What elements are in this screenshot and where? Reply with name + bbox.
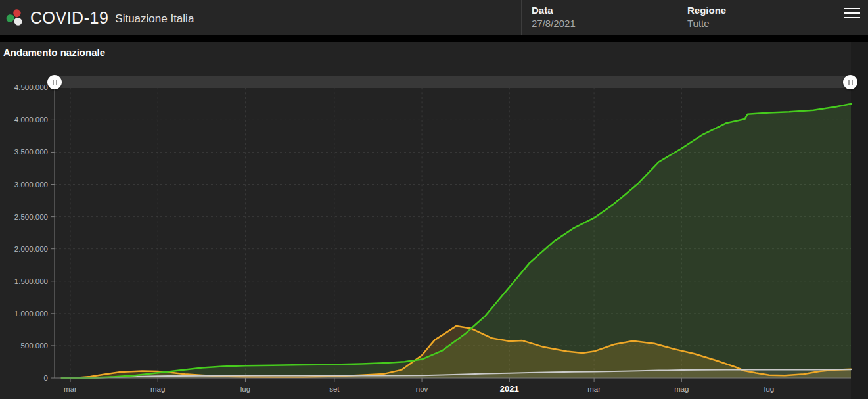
- header-divider: [0, 35, 868, 42]
- x-tick-label: mar: [587, 385, 601, 393]
- region-filter-value: Tutte: [687, 16, 836, 30]
- x-tick-label: set: [329, 385, 340, 393]
- x-tick-label: 2021: [500, 384, 519, 394]
- region-filter-label: Regione: [687, 4, 836, 16]
- date-filter-label: Data: [532, 4, 677, 16]
- y-tick-label: 1.500.000: [14, 277, 48, 285]
- app-title: COVID-19: [30, 9, 108, 28]
- date-filter-value: 27/8/2021: [532, 16, 677, 30]
- x-tick-label: nov: [416, 385, 428, 393]
- app-subtitle: Situazione Italia: [115, 12, 194, 26]
- y-tick-label: 2.000.000: [14, 245, 48, 253]
- y-tick-label: 0: [44, 374, 48, 382]
- x-tick-label: mag: [150, 385, 165, 393]
- hamburger-icon: [844, 8, 860, 18]
- region-filter[interactable]: Regione Tutte: [677, 0, 836, 35]
- pause-bars-icon: [852, 80, 853, 85]
- x-tick-label: lug: [240, 385, 250, 393]
- y-tick-label: 4.500.000: [14, 83, 48, 91]
- pause-bars-icon: [53, 80, 54, 85]
- date-filter[interactable]: Data 27/8/2021: [521, 0, 677, 35]
- y-tick-label: 500.000: [20, 342, 48, 350]
- time-range-slider-track[interactable]: [55, 76, 851, 88]
- pause-bars-icon: [848, 80, 850, 85]
- protezione-civile-logo-icon: [5, 7, 25, 28]
- x-tick-label: lug: [764, 385, 774, 393]
- y-tick-label: 4.000.000: [14, 116, 48, 124]
- y-tick-label: 1.000.000: [14, 310, 48, 317]
- slider-handle-right[interactable]: [843, 75, 857, 89]
- header: COVID-19 Situazione Italia Data 27/8/202…: [0, 0, 868, 35]
- menu-button[interactable]: [836, 0, 868, 35]
- y-tick-label: 2.500.000: [14, 213, 48, 221]
- section-title: Andamento nazionale: [0, 42, 657, 62]
- y-tick-label: 3.500.000: [14, 148, 48, 156]
- app-root: COVID-19 Situazione Italia Data 27/8/202…: [0, 0, 868, 399]
- brand: COVID-19 Situazione Italia: [5, 0, 194, 35]
- slider-handle-left[interactable]: [47, 75, 62, 89]
- x-tick-label: mar: [64, 385, 77, 393]
- y-tick-label: 3.000.000: [14, 181, 48, 189]
- pause-bars-icon: [56, 80, 57, 85]
- x-tick-label: mag: [674, 385, 689, 393]
